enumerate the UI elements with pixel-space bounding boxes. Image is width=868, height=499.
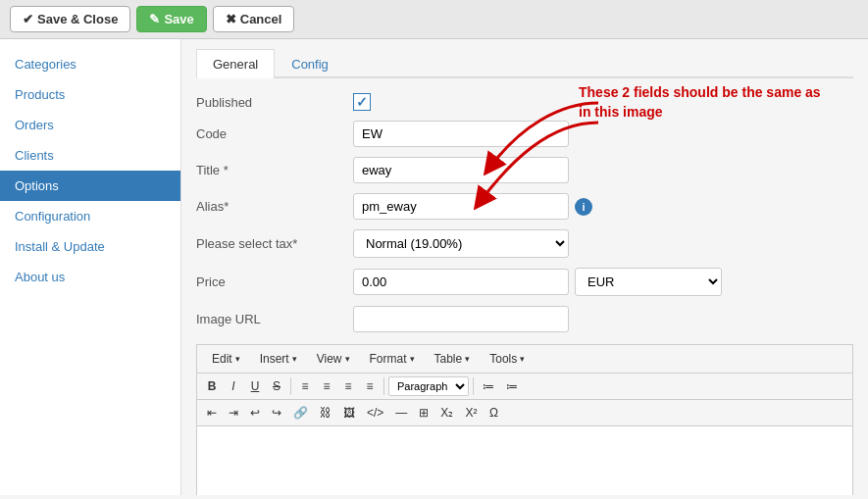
align-right-button[interactable]: ≡ bbox=[338, 376, 358, 396]
italic-button[interactable]: I bbox=[224, 376, 243, 396]
sidebar: Categories Products Orders Clients Optio… bbox=[0, 39, 181, 495]
unlink-button[interactable]: ⛓ bbox=[315, 403, 336, 423]
cancel-icon: ✖ bbox=[226, 12, 236, 26]
chevron-down-icon: ▾ bbox=[345, 354, 350, 364]
save-label: Save bbox=[164, 12, 193, 26]
form-annotation-wrapper: These 2 fields should be the same as in … bbox=[196, 93, 853, 332]
image-url-row: Image URL bbox=[196, 306, 853, 332]
tax-select[interactable]: Normal (19.00%) bbox=[353, 229, 569, 258]
image-url-input[interactable] bbox=[353, 306, 569, 332]
divider bbox=[473, 377, 474, 395]
published-row: Published ✓ bbox=[196, 93, 853, 111]
alias-label: Alias* bbox=[196, 199, 353, 214]
currency-select[interactable]: EUR bbox=[575, 268, 722, 296]
table-insert-button[interactable]: ⊞ bbox=[414, 403, 434, 423]
chevron-down-icon: ▾ bbox=[520, 354, 525, 364]
sidebar-item-configuration[interactable]: Configuration bbox=[0, 201, 180, 231]
cancel-button[interactable]: ✖ Cancel bbox=[213, 6, 295, 32]
editor-section: Edit ▾ Insert ▾ View ▾ Format ▾ Table bbox=[196, 344, 853, 495]
code-label: Code bbox=[196, 126, 353, 141]
title-input[interactable] bbox=[353, 157, 569, 183]
align-center-button[interactable]: ≡ bbox=[317, 376, 336, 396]
editor-toolbar-2: ⇤ ⇥ ↩ ↪ 🔗 ⛓ 🖼 </> — ⊞ X₂ X² Ω bbox=[196, 399, 853, 425]
price-row: Price EUR bbox=[196, 268, 853, 296]
chevron-down-icon: ▾ bbox=[292, 354, 297, 364]
hr-button[interactable]: — bbox=[390, 403, 412, 423]
tab-general[interactable]: General bbox=[196, 49, 275, 78]
save-icon: ✎ bbox=[149, 12, 160, 26]
strikethrough-button[interactable]: S bbox=[267, 376, 286, 396]
redo-button[interactable]: ↪ bbox=[267, 403, 286, 423]
undo-button[interactable]: ↩ bbox=[245, 403, 265, 423]
editor-menu-bar: Edit ▾ Insert ▾ View ▾ Format ▾ Table bbox=[196, 344, 853, 373]
published-checkbox[interactable]: ✓ bbox=[353, 93, 371, 111]
chevron-down-icon: ▾ bbox=[410, 354, 415, 364]
alias-input[interactable] bbox=[353, 193, 569, 220]
image-button[interactable]: 🖼 bbox=[338, 403, 360, 423]
chevron-down-icon: ▾ bbox=[465, 354, 470, 364]
align-justify-button[interactable]: ≡ bbox=[360, 376, 380, 396]
divider bbox=[290, 377, 291, 395]
check-icon: ✔ bbox=[23, 12, 33, 26]
save-close-label: Save & Close bbox=[37, 12, 118, 26]
main-toolbar: ✔ Save & Close ✎ Save ✖ Cancel bbox=[0, 0, 868, 39]
outdent-button[interactable]: ⇤ bbox=[202, 403, 222, 423]
editor-menu-tools[interactable]: Tools ▾ bbox=[480, 348, 535, 370]
title-label: Title * bbox=[196, 163, 353, 177]
save-button[interactable]: ✎ Save bbox=[136, 6, 206, 32]
align-left-button[interactable]: ≡ bbox=[295, 376, 315, 396]
info-icon[interactable]: i bbox=[575, 198, 592, 216]
price-field: EUR bbox=[353, 268, 853, 296]
image-url-field bbox=[353, 306, 853, 332]
title-row: Title * bbox=[196, 157, 853, 183]
code-row: Code bbox=[196, 121, 853, 147]
sidebar-item-orders[interactable]: Orders bbox=[0, 110, 180, 140]
alias-row: Alias* i bbox=[196, 193, 853, 220]
title-field bbox=[353, 157, 853, 183]
save-close-button[interactable]: ✔ Save & Close bbox=[10, 6, 130, 32]
page-layout: Categories Products Orders Clients Optio… bbox=[0, 39, 868, 495]
sidebar-item-categories[interactable]: Categories bbox=[0, 49, 180, 79]
editor-menu-format[interactable]: Format ▾ bbox=[360, 348, 425, 370]
bold-button[interactable]: B bbox=[202, 376, 222, 396]
image-url-label: Image URL bbox=[196, 312, 353, 326]
special-char-button[interactable]: Ω bbox=[484, 403, 503, 423]
paragraph-style-select[interactable]: Paragraph Heading 1 Heading 2 bbox=[388, 376, 469, 396]
main-content: General Config These 2 fields should be … bbox=[181, 39, 868, 495]
editor-menu-view[interactable]: View ▾ bbox=[307, 348, 360, 370]
indent-button[interactable]: ⇥ bbox=[224, 403, 243, 423]
sidebar-item-options[interactable]: Options bbox=[0, 171, 180, 201]
link-button[interactable]: 🔗 bbox=[288, 403, 313, 423]
tab-config[interactable]: Config bbox=[275, 49, 345, 78]
subscript-button[interactable]: X₂ bbox=[435, 403, 458, 423]
tax-row: Please select tax* Normal (19.00%) bbox=[196, 229, 853, 258]
sidebar-item-install-update[interactable]: Install & Update bbox=[0, 231, 180, 262]
editor-menu-insert[interactable]: Insert ▾ bbox=[250, 348, 307, 370]
sidebar-item-about-us[interactable]: About us bbox=[0, 262, 180, 292]
price-label: Price bbox=[196, 274, 353, 289]
sidebar-item-clients[interactable]: Clients bbox=[0, 140, 180, 171]
cancel-label: Cancel bbox=[240, 12, 282, 26]
divider bbox=[383, 377, 384, 395]
published-label: Published bbox=[196, 95, 353, 110]
alias-field: i bbox=[353, 193, 853, 220]
editor-body[interactable] bbox=[196, 425, 853, 495]
editor-toolbar-1: B I U S ≡ ≡ ≡ ≡ Paragraph Heading 1 Head… bbox=[196, 373, 853, 399]
editor-menu-edit[interactable]: Edit ▾ bbox=[202, 348, 250, 370]
code-field bbox=[353, 121, 853, 147]
superscript-button[interactable]: X² bbox=[460, 403, 482, 423]
editor-menu-table[interactable]: Table ▾ bbox=[425, 348, 481, 370]
published-field: ✓ bbox=[353, 93, 853, 111]
code-input[interactable] bbox=[353, 121, 569, 147]
code-button[interactable]: </> bbox=[362, 403, 388, 423]
price-input[interactable] bbox=[353, 269, 569, 295]
check-mark: ✓ bbox=[356, 94, 368, 110]
sidebar-item-products[interactable]: Products bbox=[0, 79, 180, 110]
tax-field: Normal (19.00%) bbox=[353, 229, 853, 258]
chevron-down-icon: ▾ bbox=[235, 354, 240, 364]
ordered-list-button[interactable]: ≔ bbox=[501, 376, 523, 396]
underline-button[interactable]: U bbox=[245, 376, 265, 396]
unordered-list-button[interactable]: ≔ bbox=[478, 376, 499, 396]
tax-label: Please select tax* bbox=[196, 236, 353, 251]
tab-bar: General Config bbox=[196, 49, 853, 78]
